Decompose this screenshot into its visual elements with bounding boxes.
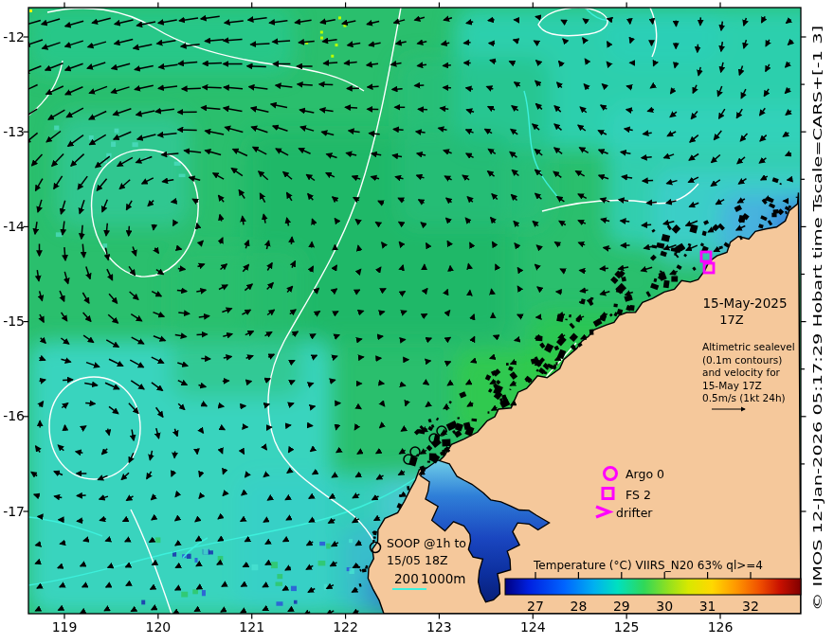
flow-arrow [197, 224, 198, 226]
flow-arrow [196, 565, 198, 566]
flow-arrow [319, 84, 334, 85]
sst-speckle [324, 584, 327, 590]
flow-arrow [218, 540, 220, 541]
flow-arrow [223, 472, 224, 474]
island [487, 411, 489, 413]
colorbar-tick-label: 27 [527, 599, 544, 614]
flow-arrow [197, 588, 199, 589]
flow-arrow [698, 45, 698, 52]
sst-speckle [343, 25, 346, 27]
colorbar-tick-label: 30 [656, 599, 673, 614]
flow-arrow [517, 314, 520, 315]
flow-arrow [488, 20, 495, 21]
sst-patch [607, 8, 720, 64]
flow-arrow [621, 221, 630, 222]
sst-speckle [194, 558, 197, 563]
flow-arrow [175, 566, 177, 567]
flow-arrow [194, 610, 196, 611]
flow-arrow [580, 270, 587, 271]
depth-200-label: 200 [394, 571, 419, 586]
flow-arrow [404, 385, 406, 386]
flow-arrow [607, 42, 608, 44]
flow-arrow [132, 610, 134, 611]
sst-speckle [89, 135, 94, 140]
flow-arrow [173, 224, 174, 225]
flow-arrow [85, 403, 95, 404]
flow-arrow [59, 609, 61, 610]
flow-arrow [291, 237, 292, 244]
flow-arrow [177, 248, 181, 249]
island [565, 319, 567, 321]
flow-arrow [200, 474, 201, 477]
flow-arrow [154, 224, 154, 230]
annotation-line: (0.1m contours) [702, 354, 782, 366]
flow-arrow [265, 448, 266, 450]
flow-arrow [473, 314, 474, 316]
drifter-legend-label: drifter [616, 506, 653, 520]
colorbar-tick-label: 29 [613, 599, 630, 614]
sst-speckle [29, 9, 32, 12]
flow-arrow [60, 543, 63, 544]
y-tick-label: -14 [3, 219, 25, 234]
sst-speckle [331, 55, 334, 58]
sst-speckle [54, 126, 59, 131]
sst-speckle [276, 581, 283, 585]
sst-speckle [192, 589, 198, 594]
flow-arrow [406, 403, 407, 405]
annotation-line: 15-May 17Z [702, 380, 762, 391]
annotation-line: Altimetric sealevel [702, 341, 795, 352]
sst-speckle [335, 44, 337, 46]
flow-arrow [182, 88, 201, 89]
flow-arrow [267, 499, 269, 500]
flow-arrow [287, 472, 289, 473]
colorbar-tick-label: 31 [699, 599, 716, 614]
flow-arrow [380, 267, 381, 269]
sst-speckle [349, 539, 353, 543]
flow-arrow [515, 340, 519, 341]
annotation-line: 0.5m/s (1kt 24h) [702, 392, 786, 403]
flow-arrow [313, 474, 315, 474]
x-tick-label: 122 [333, 619, 358, 635]
x-tick-label: 119 [52, 619, 78, 635]
island [506, 363, 509, 366]
flow-arrow [84, 426, 86, 427]
flow-arrow [448, 362, 450, 363]
flow-arrow [151, 588, 153, 589]
flow-arrow [63, 380, 73, 381]
island [613, 304, 617, 308]
flow-arrow [345, 107, 357, 108]
colorbar-tick-label: 28 [570, 599, 587, 614]
flow-arrow [241, 612, 243, 613]
flow-arrow [403, 339, 406, 340]
flow-arrow [354, 428, 355, 430]
x-tick-label: 126 [708, 619, 734, 635]
flow-arrow [82, 586, 84, 587]
sst-patch [57, 114, 190, 227]
soop-legend-line2: 15/05 18Z [387, 553, 447, 567]
flow-arrow [292, 403, 294, 404]
sst-speckle [320, 37, 323, 40]
flow-arrow [222, 452, 223, 454]
island [771, 213, 776, 218]
flow-arrow [359, 408, 361, 409]
analysis-hour: 17Z [719, 313, 744, 327]
island [427, 460, 430, 462]
x-tick-label: 125 [614, 619, 640, 635]
sst-speckle [141, 600, 145, 605]
sst-speckle [326, 544, 330, 549]
flow-arrow [58, 567, 61, 568]
flow-arrow [222, 585, 224, 586]
annotation-line: and velocity for [702, 367, 781, 378]
map-area [22, 8, 834, 616]
flow-arrow [643, 180, 653, 181]
flow-arrow [241, 520, 243, 521]
flow-arrow [626, 86, 630, 87]
sst-speckle [277, 574, 282, 579]
flow-arrow [203, 63, 222, 64]
flow-arrow [324, 63, 338, 63]
flow-arrow [152, 609, 154, 610]
x-tick-label: 120 [145, 619, 171, 635]
x-tick-label: 123 [426, 619, 452, 635]
flow-arrow [178, 130, 197, 131]
sst-patch [28, 8, 294, 74]
